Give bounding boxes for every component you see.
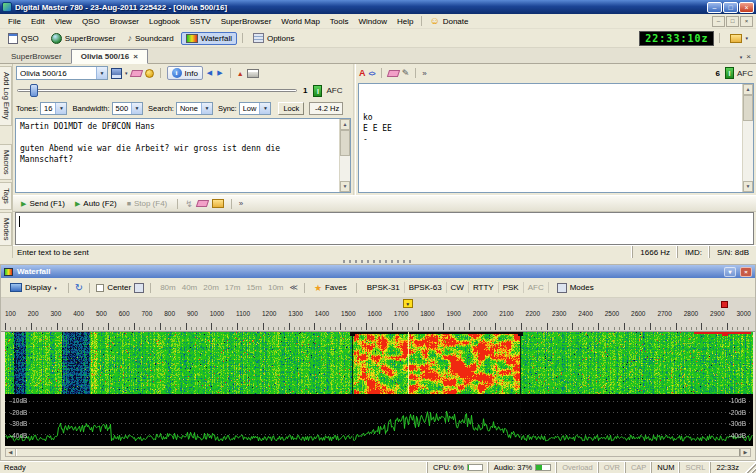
menu-item[interactable]: Window	[354, 16, 392, 27]
soundcard-button[interactable]: ♪ Soundcard	[122, 31, 178, 46]
frequency-ruler[interactable]: ▼ 10020030040050060070080090010001100120…	[1, 298, 755, 332]
prev-arrow-icon[interactable]: ◀	[206, 69, 213, 77]
tab-close-icon[interactable]: ×	[133, 52, 138, 61]
overflow-chevron-icon[interactable]: »	[422, 69, 426, 78]
slider-handle[interactable]	[30, 84, 38, 97]
modes-button[interactable]: Modes	[552, 281, 599, 295]
superbrowser-button[interactable]: SuperBrowser	[46, 31, 121, 46]
menu-item[interactable]: World Map	[276, 16, 325, 27]
spectrum-graph[interactable]	[5, 394, 753, 446]
bandwidth-select[interactable]: 500 ▼	[112, 102, 144, 115]
clear-eraser-icon[interactable]	[387, 70, 400, 77]
rx-secondary-scrollbar[interactable]: ▲ ▼	[742, 84, 753, 192]
mode-button[interactable]: RTTY	[469, 282, 499, 293]
channel-edge-handle[interactable]	[518, 332, 523, 336]
menu-item[interactable]: Browser	[105, 16, 144, 27]
scroll-down-icon[interactable]: ▼	[340, 181, 350, 192]
search-select[interactable]: None ▼	[176, 102, 213, 115]
scroll-up-icon[interactable]: ▲	[340, 119, 350, 130]
refresh-icon[interactable]: ↻	[75, 282, 83, 294]
pane-menu-icon[interactable]: ▾	[724, 267, 736, 277]
tab-superbrowser[interactable]: SuperBrowser	[2, 50, 71, 63]
squelch-slider[interactable]	[17, 84, 297, 97]
side-tab[interactable]: Macros	[0, 144, 12, 181]
band-button[interactable]: 15m	[243, 283, 265, 292]
waterfall-scrollbar[interactable]: ◀ ▶	[5, 448, 751, 457]
child-close-button[interactable]: ×	[740, 16, 753, 27]
mode-button[interactable]: BPSK-63	[405, 282, 447, 293]
menu-item[interactable]: SuperBrowser	[216, 16, 277, 27]
waterfall-spectrogram[interactable]	[5, 332, 753, 394]
menu-item[interactable]: Edit	[26, 16, 50, 27]
scroll-left-icon[interactable]: ◀	[6, 449, 16, 456]
minimize-button[interactable]: –	[707, 2, 722, 13]
band-button[interactable]: 20m	[200, 283, 222, 292]
resize-grip[interactable]	[744, 462, 756, 473]
band-button[interactable]: 80m	[157, 283, 179, 292]
squelch-indicator[interactable]: I	[313, 85, 322, 97]
clear-eraser-icon[interactable]	[129, 70, 142, 77]
mode-select[interactable]: Olivia 500/16 ▼	[16, 66, 108, 80]
menu-item[interactable]: File	[3, 16, 26, 27]
tx-input[interactable]	[15, 212, 754, 245]
child-restore-button[interactable]: □	[726, 16, 739, 27]
code-view-icon[interactable]: <>	[369, 70, 375, 77]
options-button[interactable]: Options	[248, 31, 300, 45]
print-icon[interactable]	[247, 69, 259, 78]
squelch-indicator[interactable]: I	[725, 67, 734, 79]
close-button[interactable]: ×	[739, 2, 754, 13]
edit-pencil-icon[interactable]: ✎	[402, 68, 410, 78]
tones-select[interactable]: 16 ▼	[40, 102, 67, 115]
save-dropdown-icon[interactable]: ▾	[125, 70, 128, 76]
channel-edge-right[interactable]	[520, 332, 521, 446]
child-minimize-button[interactable]: –	[712, 16, 725, 27]
scroll-thumb[interactable]	[340, 130, 350, 156]
menu-item[interactable]: Logbook	[144, 16, 185, 27]
mode-button[interactable]: PSK	[499, 282, 524, 293]
menu-item[interactable]: SSTV	[185, 16, 216, 27]
grid-icon[interactable]	[134, 283, 144, 293]
favourites-dropdown[interactable]: ▾	[725, 32, 753, 45]
info-button[interactable]: i Info	[167, 66, 203, 80]
rx-text-secondary[interactable]: koE E EE- ▲ ▼	[358, 83, 754, 193]
scroll-thumb[interactable]	[743, 95, 753, 121]
tab-olivia[interactable]: Olivia 500/16 ×	[71, 49, 148, 64]
secondary-channel-marker[interactable]	[721, 301, 728, 308]
collapse-chevron-icon[interactable]: ≪	[290, 283, 298, 292]
side-tab[interactable]: Modes	[0, 212, 12, 247]
channel-edge-left[interactable]	[352, 332, 353, 446]
tuning-marker[interactable]: ▼	[403, 299, 413, 308]
mode-button[interactable]: BPSK-31	[363, 282, 405, 293]
overflow-chevron-icon[interactable]: »	[239, 199, 243, 208]
rx-main-scrollbar[interactable]: ▲ ▼	[339, 119, 350, 192]
pane-close-icon[interactable]: ×	[740, 267, 752, 277]
mode-button[interactable]: CW	[447, 282, 469, 293]
menu-item[interactable]: Tools	[325, 16, 354, 27]
side-tab[interactable]: Tags	[0, 182, 12, 210]
scroll-thumb[interactable]	[16, 449, 740, 456]
display-dropdown[interactable]: Display ▾	[5, 281, 62, 294]
clear-tx-eraser-icon[interactable]	[196, 200, 209, 207]
open-file-icon[interactable]	[212, 199, 224, 208]
center-checkbox[interactable]	[96, 284, 104, 292]
band-button[interactable]: 40m	[179, 283, 201, 292]
rx-text-main[interactable]: Martin DO1MDT de DFØCON Hansguten Abend …	[15, 118, 351, 193]
secondary-channel-handle[interactable]	[722, 332, 728, 336]
waterfall-button[interactable]: Waterfall	[181, 32, 237, 45]
alert-bell-icon[interactable]	[145, 69, 154, 78]
send-button[interactable]: ▶ Send (F1)	[18, 198, 68, 209]
band-button[interactable]: 17m	[222, 283, 244, 292]
save-icon[interactable]	[111, 68, 122, 79]
scroll-down-icon[interactable]: ▼	[743, 181, 753, 192]
tab-group-close-icon[interactable]: ×	[746, 52, 751, 61]
faves-button[interactable]: ★ Faves	[311, 283, 350, 293]
menu-item[interactable]: View	[50, 16, 77, 27]
donate-button[interactable]: ☺ Donate	[425, 16, 472, 26]
band-button[interactable]: 10m	[265, 283, 287, 292]
scroll-up-icon[interactable]: ▲	[743, 84, 753, 95]
font-color-icon[interactable]: A	[359, 68, 366, 78]
slider-groove[interactable]	[17, 89, 297, 92]
upload-arrow-icon[interactable]: ▲	[237, 70, 244, 77]
menu-item[interactable]: QSO	[77, 16, 105, 27]
channel-selection-bar[interactable]	[352, 332, 519, 334]
